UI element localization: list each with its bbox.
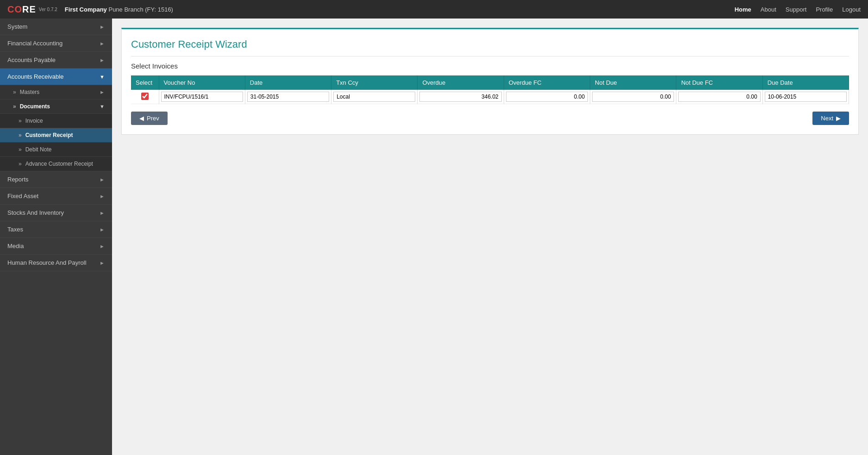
sidebar-label-hr-payroll: Human Resource And Payroll bbox=[7, 259, 87, 266]
nav-about[interactable]: About bbox=[761, 6, 776, 13]
prev-button[interactable]: ◀ Prev bbox=[131, 112, 168, 125]
col-voucher-no: Voucher No bbox=[159, 75, 245, 90]
prev-arrow-icon: ◀ bbox=[139, 115, 144, 122]
doc-invoice-label: Invoice bbox=[25, 118, 43, 124]
cell-txn-ccy bbox=[331, 90, 418, 104]
documents-submenu: » Invoice » Customer Receipt » Debit Not… bbox=[0, 114, 112, 171]
not-due-input[interactable] bbox=[592, 92, 674, 102]
sidebar-item-fixed-asset[interactable]: Fixed Asset ► bbox=[0, 188, 112, 205]
accounts-receivable-submenu: » Masters ► » Documents ▼ » Invoice » Cu… bbox=[0, 85, 112, 171]
wizard-container: Customer Receipt Wizard Select Invoices … bbox=[121, 28, 859, 135]
cell-due-date bbox=[762, 90, 849, 104]
sidebar: System ► Financial Accounting ► Accounts… bbox=[0, 19, 112, 455]
chevron-right-icon: ► bbox=[100, 57, 105, 63]
sidebar-label-reports: Reports bbox=[7, 176, 29, 183]
submenu-masters[interactable]: » Masters ► bbox=[0, 85, 112, 100]
doc-invoice[interactable]: » Invoice bbox=[0, 114, 112, 128]
not-due-fc-input[interactable] bbox=[678, 92, 760, 102]
col-date: Date bbox=[245, 75, 331, 90]
txn-ccy-input[interactable] bbox=[333, 92, 415, 102]
nav-home[interactable]: Home bbox=[735, 6, 751, 13]
bullet-icon: » bbox=[19, 146, 22, 153]
sidebar-item-accounts-receivable[interactable]: Accounts Receivable ▼ bbox=[0, 69, 112, 85]
sidebar-item-financial-accounting[interactable]: Financial Accounting ► bbox=[0, 35, 112, 52]
chevron-right-icon: ► bbox=[100, 210, 105, 216]
company-info: First Company Pune Branch (FY: 1516) bbox=[65, 6, 173, 13]
sidebar-item-media[interactable]: Media ► bbox=[0, 238, 112, 255]
sidebar-label-media: Media bbox=[7, 243, 24, 249]
bullet-icon: » bbox=[19, 161, 22, 167]
bullet-icon: » bbox=[19, 118, 22, 124]
chevron-down-icon: ▼ bbox=[100, 104, 105, 109]
sidebar-item-stocks-inventory[interactable]: Stocks And Inventory ► bbox=[0, 205, 112, 221]
wizard-actions: ◀ Prev Next ▶ bbox=[131, 112, 849, 125]
cell-voucher-no bbox=[159, 90, 245, 104]
bullet-icon: » bbox=[13, 103, 16, 110]
sidebar-label-fixed-asset: Fixed Asset bbox=[7, 193, 38, 199]
nav-profile[interactable]: Profile bbox=[816, 6, 833, 13]
invoice-table: Select Voucher No Date Txn Ccy Overdue O… bbox=[131, 75, 849, 104]
nav-support[interactable]: Support bbox=[786, 6, 807, 13]
sidebar-item-hr-payroll[interactable]: Human Resource And Payroll ► bbox=[0, 255, 112, 271]
main-content: Customer Receipt Wizard Select Invoices … bbox=[112, 19, 868, 455]
row-checkbox[interactable] bbox=[141, 93, 149, 100]
bullet-icon: » bbox=[13, 89, 16, 95]
sidebar-item-reports[interactable]: Reports ► bbox=[0, 171, 112, 188]
sidebar-item-accounts-payable[interactable]: Accounts Payable ► bbox=[0, 52, 112, 69]
col-not-due: Not Due bbox=[590, 75, 676, 90]
doc-advance-customer-receipt-label: Advance Customer Receipt bbox=[25, 161, 93, 167]
logo-version: Ver 0.7.2 bbox=[39, 7, 57, 12]
chevron-down-icon: ▼ bbox=[100, 74, 105, 80]
chevron-right-icon: ► bbox=[100, 41, 105, 46]
chevron-right-icon: ► bbox=[100, 243, 105, 249]
sidebar-label-system: System bbox=[7, 23, 27, 30]
chevron-right-icon: ► bbox=[100, 177, 105, 182]
cell-not-due bbox=[590, 90, 676, 104]
sidebar-label-financial: Financial Accounting bbox=[7, 40, 62, 47]
doc-debit-note-label: Debit Note bbox=[25, 146, 52, 153]
cell-date bbox=[245, 90, 331, 104]
chevron-right-icon: ► bbox=[100, 193, 105, 199]
sidebar-label-accounts-payable: Accounts Payable bbox=[7, 56, 56, 63]
sidebar-item-taxes[interactable]: Taxes ► bbox=[0, 221, 112, 238]
col-due-date: Due Date bbox=[762, 75, 849, 90]
doc-debit-note[interactable]: » Debit Note bbox=[0, 143, 112, 157]
submenu-masters-label: Masters bbox=[20, 89, 40, 95]
nav-links: Home About Support Profile Logout bbox=[735, 6, 861, 13]
prev-button-label: Prev bbox=[147, 115, 159, 122]
chevron-right-icon: ► bbox=[100, 89, 105, 95]
submenu-documents[interactable]: » Documents ▼ bbox=[0, 100, 112, 114]
chevron-right-icon: ► bbox=[100, 260, 105, 266]
cell-select[interactable] bbox=[131, 90, 159, 104]
top-navigation: CORE Ver 0.7.2 First Company Pune Branch… bbox=[0, 0, 868, 19]
wizard-title: Customer Receipt Wizard bbox=[131, 38, 849, 56]
nav-left: CORE Ver 0.7.2 First Company Pune Branch… bbox=[7, 4, 173, 15]
bullet-icon: » bbox=[19, 132, 22, 138]
logo: CORE Ver 0.7.2 bbox=[7, 4, 57, 15]
logo-text: CORE bbox=[7, 4, 36, 15]
nav-logout[interactable]: Logout bbox=[842, 6, 861, 13]
next-arrow-icon: ▶ bbox=[836, 115, 841, 122]
next-button[interactable]: Next ▶ bbox=[812, 112, 849, 125]
company-name: First Company bbox=[65, 6, 107, 13]
chevron-right-icon: ► bbox=[100, 24, 105, 30]
overdue-input[interactable] bbox=[419, 92, 501, 102]
sidebar-item-system[interactable]: System ► bbox=[0, 19, 112, 35]
col-overdue: Overdue bbox=[418, 75, 504, 90]
main-layout: System ► Financial Accounting ► Accounts… bbox=[0, 19, 868, 455]
col-not-due-fc: Not Due FC bbox=[676, 75, 762, 90]
sidebar-label-taxes: Taxes bbox=[7, 226, 23, 233]
doc-advance-customer-receipt[interactable]: » Advance Customer Receipt bbox=[0, 157, 112, 171]
due-date-input[interactable] bbox=[765, 92, 847, 102]
doc-customer-receipt-label: Customer Receipt bbox=[25, 132, 73, 138]
table-row bbox=[131, 90, 849, 104]
doc-customer-receipt[interactable]: » Customer Receipt bbox=[0, 128, 112, 143]
branch-detail: Pune Branch (FY: 1516) bbox=[108, 6, 173, 13]
voucher-no-input[interactable] bbox=[161, 92, 243, 102]
col-overdue-fc: Overdue FC bbox=[504, 75, 590, 90]
col-txn-ccy: Txn Ccy bbox=[331, 75, 418, 90]
sidebar-label-stocks: Stocks And Inventory bbox=[7, 209, 64, 216]
date-input[interactable] bbox=[247, 92, 329, 102]
overdue-fc-input[interactable] bbox=[506, 92, 588, 102]
next-button-label: Next bbox=[821, 115, 833, 122]
